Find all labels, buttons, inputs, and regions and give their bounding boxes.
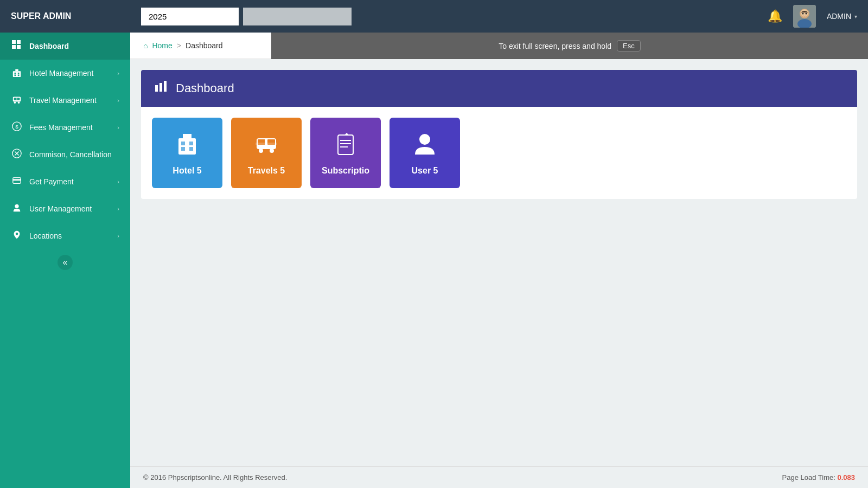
esc-key: Esc bbox=[617, 40, 641, 52]
svg-rect-27 bbox=[13, 179, 21, 181]
top-bar: ⌂ Home > Dashboard To exit full screen, … bbox=[130, 33, 868, 59]
dashboard-header: Dashboard bbox=[141, 70, 857, 107]
dropdown-arrow-icon: ▾ bbox=[854, 14, 857, 20]
cancel-icon bbox=[11, 149, 23, 160]
chevron-right-icon-5: › bbox=[117, 178, 119, 185]
svg-rect-30 bbox=[155, 85, 158, 92]
subscription-card-icon bbox=[333, 131, 359, 162]
search-input[interactable] bbox=[243, 8, 352, 25]
year-input[interactable] bbox=[141, 8, 239, 25]
breadcrumb: ⌂ Home > Dashboard To exit full screen, … bbox=[130, 33, 868, 59]
svg-rect-8 bbox=[12, 45, 16, 49]
location-icon bbox=[11, 230, 23, 242]
chevron-right-icon: › bbox=[117, 70, 119, 76]
hotel-icon bbox=[11, 67, 23, 79]
home-icon: ⌂ bbox=[143, 41, 148, 50]
svg-rect-39 bbox=[185, 149, 189, 155]
breadcrumb-home[interactable]: Home bbox=[152, 41, 172, 50]
hotel-card-icon bbox=[174, 131, 200, 162]
bell-icon[interactable]: 🔔 bbox=[768, 9, 782, 23]
sidebar-label-travel: Travel Management bbox=[29, 96, 111, 105]
sidebar-label-fees: Fees Management bbox=[29, 123, 111, 132]
svg-text:$: $ bbox=[15, 124, 18, 130]
avatar-image bbox=[793, 5, 816, 28]
sidebar-item-fees-management[interactable]: $ Fees Management › bbox=[0, 114, 130, 141]
sidebar-item-locations[interactable]: Locations › bbox=[0, 222, 130, 249]
grid-icon bbox=[11, 40, 23, 52]
svg-rect-38 bbox=[189, 147, 193, 151]
user-card-icon bbox=[412, 131, 438, 162]
sidebar-item-hotel-management[interactable]: Hotel Management › bbox=[0, 60, 130, 87]
user-mgmt-icon bbox=[11, 203, 23, 215]
svg-rect-12 bbox=[15, 73, 16, 74]
travel-card-label: Travels 5 bbox=[248, 166, 285, 176]
sidebar-label-user-mgmt: User Management bbox=[29, 204, 111, 213]
svg-point-5 bbox=[805, 13, 807, 15]
breadcrumb-current: Dashboard bbox=[186, 41, 223, 50]
svg-point-51 bbox=[419, 134, 430, 145]
page-load-label: Page Load Time: bbox=[782, 473, 835, 481]
svg-rect-35 bbox=[181, 142, 185, 145]
svg-point-41 bbox=[259, 149, 263, 153]
svg-rect-7 bbox=[17, 40, 21, 44]
bus-icon bbox=[11, 94, 23, 106]
chart-bar-icon bbox=[154, 80, 168, 94]
copyright-text: © 2016 Phpscriptsonline. All Rights Rese… bbox=[143, 473, 287, 481]
sidebar-label-commission: Commison, Cancellation bbox=[29, 150, 119, 159]
chart-icon bbox=[154, 80, 168, 97]
collapse-button[interactable]: « bbox=[58, 255, 73, 270]
fullscreen-text: To exit full screen, press and hold bbox=[499, 42, 611, 50]
dashboard-cards: Hotel 5 Travels 5 bbox=[141, 107, 857, 199]
sidebar-item-travel-management[interactable]: Travel Management › bbox=[0, 87, 130, 114]
svg-point-3 bbox=[801, 9, 808, 17]
admin-label[interactable]: ADMIN ▾ bbox=[827, 12, 857, 21]
svg-rect-34 bbox=[183, 134, 192, 138]
user-card[interactable]: User 5 bbox=[390, 118, 460, 188]
chevron-right-icon-6: › bbox=[117, 206, 119, 212]
subscription-card[interactable]: Subscriptio bbox=[310, 118, 381, 188]
sidebar-item-get-payment[interactable]: Get Payment › bbox=[0, 168, 130, 195]
breadcrumb-separator: > bbox=[177, 41, 181, 50]
avatar bbox=[793, 5, 816, 28]
sidebar-collapse[interactable]: « bbox=[0, 249, 130, 275]
user-card-label: User 5 bbox=[412, 166, 438, 176]
svg-point-28 bbox=[15, 204, 18, 208]
sidebar-label-locations: Locations bbox=[29, 232, 111, 240]
main-content: ⌂ Home > Dashboard To exit full screen, … bbox=[130, 33, 868, 488]
svg-rect-6 bbox=[12, 40, 16, 44]
page-load-value: 0.083 bbox=[837, 473, 855, 481]
svg-rect-37 bbox=[181, 147, 185, 151]
subscription-card-label: Subscriptio bbox=[322, 166, 369, 176]
sidebar-item-commission[interactable]: Commison, Cancellation bbox=[0, 141, 130, 168]
dashboard-section: Dashboard Hotel 5 bbox=[141, 70, 857, 199]
svg-point-29 bbox=[16, 233, 18, 235]
page-load-time: Page Load Time: 0.083 bbox=[782, 473, 855, 481]
sidebar-label-payment: Get Payment bbox=[29, 177, 111, 186]
fullscreen-notice: To exit full screen, press and hold Esc bbox=[271, 33, 868, 59]
sidebar-item-dashboard[interactable]: Dashboard bbox=[0, 33, 130, 60]
svg-rect-31 bbox=[159, 83, 162, 92]
svg-rect-11 bbox=[15, 69, 18, 72]
svg-rect-9 bbox=[17, 45, 21, 49]
hotel-card[interactable]: Hotel 5 bbox=[152, 118, 222, 188]
brand-name: SUPER ADMIN bbox=[11, 11, 141, 21]
svg-rect-15 bbox=[18, 75, 20, 76]
sidebar: Dashboard Hotel Management › Travel Mana… bbox=[0, 33, 130, 488]
svg-rect-47 bbox=[338, 135, 353, 155]
travel-card-icon bbox=[253, 131, 279, 162]
svg-rect-13 bbox=[18, 73, 20, 74]
svg-rect-32 bbox=[164, 81, 167, 92]
footer: © 2016 Phpscriptsonline. All Rights Rese… bbox=[130, 466, 868, 488]
svg-point-17 bbox=[14, 102, 16, 104]
sidebar-label-hotel: Hotel Management bbox=[29, 69, 111, 78]
avatar-svg bbox=[793, 5, 816, 28]
svg-rect-14 bbox=[15, 75, 16, 76]
chevron-right-icon-2: › bbox=[117, 97, 119, 104]
header-right: 🔔 ADMIN ▾ bbox=[768, 5, 857, 28]
chevron-right-icon-7: › bbox=[117, 233, 119, 239]
hotel-card-label: Hotel 5 bbox=[173, 166, 201, 176]
top-header: SUPER ADMIN 🔔 ADMIN ▾ bbox=[0, 0, 868, 33]
svg-point-42 bbox=[270, 149, 274, 153]
sidebar-item-user-management[interactable]: User Management › bbox=[0, 195, 130, 222]
travel-card[interactable]: Travels 5 bbox=[231, 118, 302, 188]
